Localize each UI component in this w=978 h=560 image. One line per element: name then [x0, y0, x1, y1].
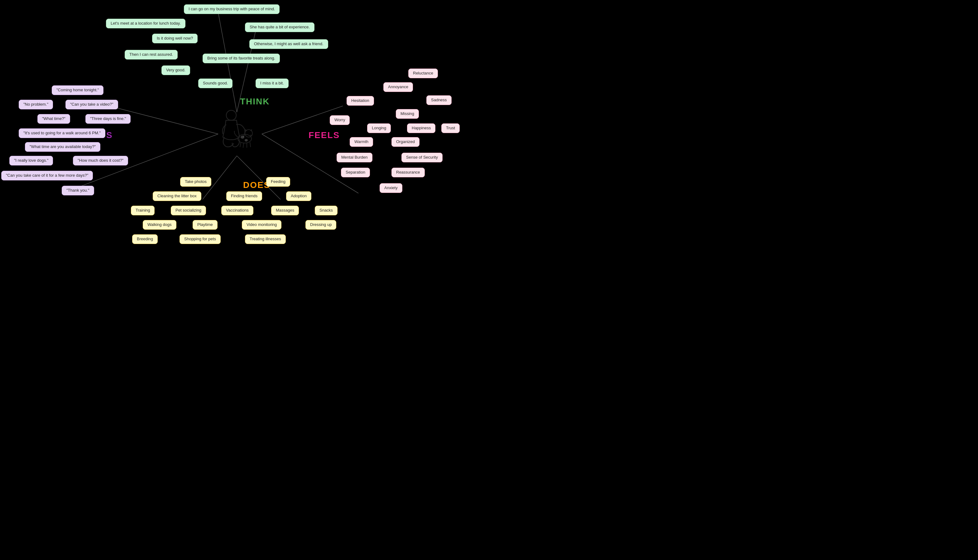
- svg-point-17: [245, 139, 248, 142]
- feels-node-f4: Hesitation: [347, 96, 374, 106]
- svg-line-14: [250, 142, 251, 147]
- does-node-d4: Finding friends: [226, 191, 262, 201]
- says-node-s7: "What time are you available today?": [25, 142, 100, 152]
- says-node-s3: "Can you take a video?": [65, 100, 118, 109]
- empathy-map: THINK SAYS FEELS DOES I can go on my bus…: [0, 0, 489, 280]
- says-node-s2: "No problem.": [19, 100, 53, 109]
- says-node-s10: "Can you take care of it for a few more …: [1, 171, 93, 180]
- think-node-t8: Very good.: [162, 65, 190, 75]
- feels-node-f7: Longing: [367, 123, 391, 133]
- think-node-t7: Bring some of its favorite treats along.: [203, 53, 280, 63]
- does-node-d13: Video monitoring: [242, 220, 282, 230]
- does-node-d2: Feeding: [266, 177, 290, 187]
- think-node-t5: Otherwise, I might as well ask a friend.: [249, 39, 328, 49]
- does-node-d10: Snacks: [315, 206, 338, 215]
- center-illustration: [209, 106, 259, 156]
- feels-label: FEELS: [308, 130, 340, 140]
- think-label: THINK: [240, 97, 270, 107]
- says-node-s5: "Three days is fine.": [85, 114, 131, 124]
- svg-point-8: [226, 110, 236, 120]
- svg-line-11: [240, 142, 241, 147]
- feels-node-f14: Separation: [341, 168, 370, 177]
- feels-node-f12: Mental Burden: [337, 153, 372, 162]
- does-node-d17: Treating illnesses: [245, 234, 286, 244]
- feels-node-f2: Annoyance: [383, 82, 413, 92]
- think-node-t3: She has quite a bit of experience.: [245, 22, 315, 32]
- does-node-d1: Take photos: [180, 177, 211, 187]
- think-node-t9: Sounds good.: [198, 78, 233, 88]
- feels-node-f13: Sense of Security: [402, 153, 443, 162]
- think-node-t2: Let's meet at a location for lunch today…: [106, 19, 185, 28]
- feels-node-f1: Reluctance: [408, 68, 438, 78]
- does-node-d9: Massages: [271, 206, 299, 215]
- does-node-d6: Training: [131, 206, 155, 215]
- does-node-d16: Shopping for pets: [180, 234, 221, 244]
- does-node-d15: Breeding: [132, 234, 158, 244]
- does-node-d3: Cleaning the litter box: [153, 191, 202, 201]
- says-node-s4: "What time?": [37, 114, 70, 124]
- svg-point-16: [241, 135, 244, 139]
- svg-line-12: [243, 143, 244, 148]
- svg-point-15: [250, 135, 252, 136]
- says-node-s11: "Thank you.": [62, 186, 94, 195]
- says-node-s8: "I really love dogs.": [9, 156, 53, 165]
- feels-node-f3: Sadness: [427, 95, 452, 105]
- feels-node-f15: Reassurance: [392, 168, 425, 177]
- feels-node-f10: Warmth: [350, 137, 373, 147]
- svg-point-9: [238, 134, 252, 143]
- think-node-t1: I can go on my business trip with peace …: [184, 4, 280, 14]
- does-node-d11: Walking dogs: [143, 220, 177, 230]
- think-node-t6: Then I can rest assured.: [125, 50, 178, 60]
- feels-node-f5: Missing: [396, 109, 419, 119]
- says-node-s9: "How much does it cost?": [73, 156, 128, 165]
- think-node-t4: Is it doing well now?: [152, 34, 198, 43]
- says-node-s1: "Coming home tonight.": [52, 85, 103, 95]
- think-node-t10: I miss it a bit.: [256, 78, 288, 88]
- does-node-d12: Playtime: [193, 220, 218, 230]
- feels-node-f6: Worry: [330, 115, 350, 125]
- does-node-d5: Adoption: [286, 191, 312, 201]
- feels-node-f16: Anxiety: [380, 183, 402, 193]
- does-node-d7: Pet socializing: [171, 206, 206, 215]
- feels-node-f8: Happiness: [407, 123, 435, 133]
- feels-node-f9: Trust: [442, 123, 460, 133]
- says-node-s6: "It's used to going for a walk around 6 …: [19, 128, 105, 138]
- does-node-d14: Dressing up: [305, 220, 336, 230]
- does-node-d8: Vaccinations: [221, 206, 253, 215]
- feels-node-f11: Organized: [392, 137, 420, 147]
